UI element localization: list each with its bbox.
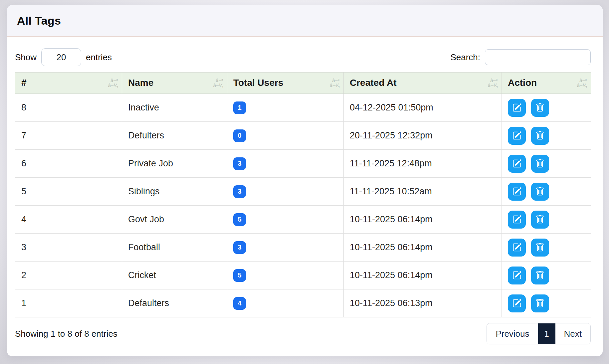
entries-summary: Showing 1 to 8 of 8 entries (15, 329, 117, 339)
table-controls: Show entries Search: (15, 48, 591, 66)
created-at-value: 10-11-2025 06:14pm (350, 270, 433, 280)
row-id-cell: 5 (15, 178, 122, 206)
trash-icon (535, 159, 544, 168)
column-header-created-at[interactable]: Created At â–²â–¼ (344, 73, 502, 94)
sort-icon: â–²â–¼ (577, 78, 587, 88)
page-length-input[interactable] (41, 48, 81, 66)
row-created-at-cell: 10-11-2025 06:14pm (344, 206, 502, 234)
sort-icon: â–²â–¼ (213, 78, 223, 88)
delete-button[interactable] (531, 294, 549, 312)
sort-icon: â–²â–¼ (330, 78, 339, 88)
delete-button[interactable] (531, 211, 549, 229)
trash-icon (535, 299, 544, 308)
delete-button[interactable] (531, 183, 549, 201)
tag-name: Private Job (128, 158, 173, 168)
total-users-badge: 5 (233, 213, 246, 226)
delete-button[interactable] (531, 99, 549, 117)
tag-name: Defulters (128, 130, 164, 140)
tag-name: Siblings (128, 186, 160, 196)
row-created-at-cell: 10-11-2025 06:14pm (344, 234, 502, 262)
row-created-at-cell: 20-11-2025 12:32pm (344, 122, 502, 150)
tag-name: Football (128, 242, 160, 252)
row-total-users-cell: 0 (227, 122, 344, 150)
column-header-name[interactable]: Name â–²â–¼ (122, 73, 227, 94)
row-name-cell: Govt Job (122, 206, 227, 234)
delete-button[interactable] (531, 155, 549, 173)
row-action-cell (502, 262, 591, 289)
row-id-cell: 8 (15, 94, 122, 122)
current-page-button[interactable]: 1 (538, 323, 555, 344)
page-length-control: Show entries (15, 48, 112, 66)
entries-label: entries (86, 52, 112, 63)
search-label: Search: (450, 52, 480, 63)
row-action-cell (502, 122, 591, 150)
row-total-users-cell: 5 (227, 262, 344, 289)
row-total-users-cell: 5 (227, 206, 344, 234)
edit-button[interactable] (508, 155, 526, 173)
row-id: 7 (21, 130, 26, 140)
total-users-badge: 5 (233, 269, 246, 282)
total-users-badge: 0 (233, 129, 246, 142)
row-action-cell (502, 150, 591, 178)
edit-button[interactable] (508, 99, 526, 117)
delete-button[interactable] (531, 239, 549, 257)
column-label: Action (508, 78, 537, 88)
edit-button[interactable] (508, 239, 526, 257)
next-page-button[interactable]: Next (555, 323, 590, 344)
row-id: 1 (21, 298, 26, 308)
row-action-cell (502, 94, 591, 122)
row-action-cell (502, 234, 591, 262)
total-users-badge: 3 (233, 185, 246, 198)
card-header: All Tags (7, 5, 603, 37)
trash-icon (535, 243, 544, 252)
row-name-cell: Football (122, 234, 227, 262)
card-body: Show entries Search: # â–²â–¼ (7, 37, 603, 344)
row-total-users-cell: 1 (227, 94, 344, 122)
row-total-users-cell: 3 (227, 234, 344, 262)
created-at-value: 11-11-2025 10:52am (350, 186, 432, 196)
edit-icon (512, 271, 521, 280)
edit-button[interactable] (508, 183, 526, 201)
row-name-cell: Defulters (122, 122, 227, 150)
page-title: All Tags (17, 14, 61, 27)
row-created-at-cell: 11-11-2025 12:48pm (344, 150, 502, 178)
previous-page-button[interactable]: Previous (487, 323, 538, 344)
row-total-users-cell: 3 (227, 150, 344, 178)
tag-name: Inactive (128, 102, 159, 112)
edit-icon (512, 299, 521, 308)
edit-icon (512, 243, 521, 252)
pagination: Previous 1 Next (487, 323, 591, 344)
edit-icon (512, 103, 521, 112)
row-id: 6 (21, 158, 26, 168)
edit-button[interactable] (508, 294, 526, 312)
sort-icon: â–²â–¼ (488, 78, 498, 88)
table-row: 4 Govt Job 5 10-11-2025 06:14pm (15, 206, 591, 234)
row-created-at-cell: 11-11-2025 10:52am (344, 178, 502, 206)
edit-button[interactable] (508, 211, 526, 229)
total-users-badge: 4 (233, 297, 246, 310)
edit-icon (512, 131, 521, 140)
tag-name: Defaulters (128, 298, 169, 308)
total-users-badge: 3 (233, 241, 246, 254)
delete-button[interactable] (531, 127, 549, 145)
edit-button[interactable] (508, 127, 526, 145)
search-input[interactable] (485, 49, 591, 65)
show-label: Show (15, 52, 37, 63)
column-label: Name (128, 78, 153, 88)
tag-name: Cricket (128, 270, 156, 280)
table-row: 6 Private Job 3 11-11-2025 12:48pm (15, 150, 591, 178)
delete-button[interactable] (531, 267, 549, 284)
row-total-users-cell: 4 (227, 289, 344, 317)
created-at-value: 10-11-2025 06:14pm (350, 242, 433, 252)
column-header-total-users[interactable]: Total Users â–²â–¼ (227, 73, 344, 94)
table-row: 3 Football 3 10-11-2025 06:14pm (15, 234, 591, 262)
edit-icon (512, 159, 521, 168)
trash-icon (535, 131, 544, 140)
row-id-cell: 6 (15, 150, 122, 178)
edit-button[interactable] (508, 267, 526, 284)
row-name-cell: Inactive (122, 94, 227, 122)
row-action-cell (502, 206, 591, 234)
column-header-action[interactable]: Action â–²â–¼ (502, 73, 591, 94)
column-header-id[interactable]: # â–²â–¼ (15, 73, 122, 94)
table-row: 1 Defaulters 4 10-11-2025 06:13pm (15, 289, 591, 317)
